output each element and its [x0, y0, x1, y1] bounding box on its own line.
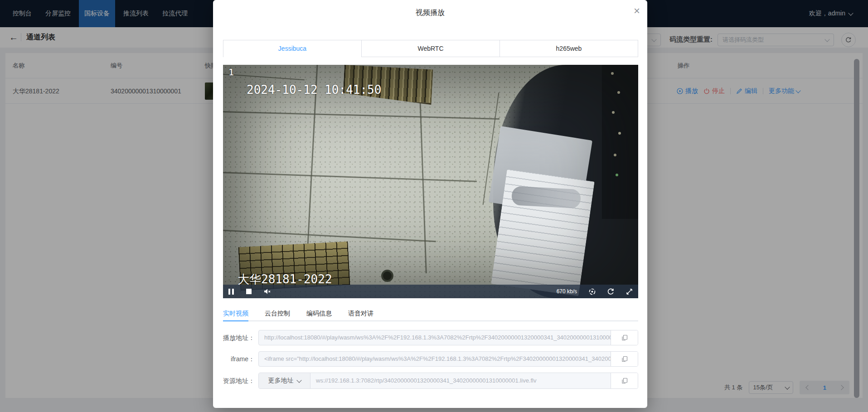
app-root: 控制台 分屏监控 国标设备 推流列表 拉流代理 欢迎，admin ← 通道列表 … — [0, 0, 868, 412]
ceiling-grid-line — [223, 111, 499, 120]
aperture-icon — [589, 288, 596, 295]
dark-column-with-lights — [602, 65, 638, 219]
reload-stream-button[interactable] — [607, 288, 614, 295]
ceiling-grid-line — [223, 74, 305, 81]
chevron-down-icon — [296, 378, 301, 383]
tab-ptz-control[interactable]: 云台控制 — [265, 306, 290, 320]
copy-iframe-button[interactable] — [611, 352, 638, 366]
more-address-label: 更多地址 — [268, 377, 294, 385]
copy-icon — [621, 334, 628, 341]
tab-live-video[interactable]: 实时视频 — [223, 306, 248, 320]
monitor-screen-document — [491, 170, 595, 296]
tab-voice-intercom[interactable]: 语音对讲 — [348, 306, 373, 320]
more-address-button[interactable]: 更多地址 — [259, 373, 310, 388]
form-row-play-url: 播放地址： http://localhost:18080/#/play/wasm… — [213, 330, 647, 345]
play-url-label: 播放地址： — [213, 330, 255, 345]
iframe-input[interactable]: <iframe src="http://localhost:18080/#/pl… — [259, 352, 611, 366]
stop-playback-button[interactable] — [246, 289, 252, 294]
bitrate-text: 670 kb/s — [557, 288, 577, 295]
tab-encoding-info[interactable]: 编码信息 — [306, 306, 332, 320]
pause-button[interactable] — [228, 289, 234, 295]
refresh-icon — [607, 288, 614, 295]
copy-play-url-button[interactable] — [611, 330, 638, 345]
iframe-group: <iframe src="http://localhost:18080/#/pl… — [258, 351, 638, 367]
expand-icon — [626, 288, 633, 295]
fullscreen-button[interactable] — [626, 288, 633, 295]
form-row-resource-url: 资源地址： 更多地址 ws://192.168.1.3:7082/rtp/340… — [213, 373, 647, 389]
player-controls-right: 670 kb/s — [557, 288, 633, 295]
resource-url-label: 资源地址： — [213, 373, 255, 389]
close-icon[interactable]: × — [634, 5, 640, 16]
resource-url-input[interactable]: ws://192.168.1.3:7082/rtp/34020000001320… — [310, 373, 611, 388]
info-tabs: 实时视频 云台控制 编码信息 语音对讲 — [223, 306, 638, 321]
player-tabs: Jessibuca WebRTC h265web — [223, 40, 638, 57]
play-url-input[interactable]: http://localhost:18080/#/play/wasm/ws%3A… — [259, 330, 611, 345]
snapshot-button[interactable] — [589, 288, 596, 295]
ceiling-fitting — [381, 270, 393, 282]
copy-icon — [621, 356, 628, 362]
volume-muted-icon — [264, 288, 271, 295]
player-controls-left — [228, 288, 271, 295]
dialog-title: 视频播放 — [213, 8, 647, 18]
document-shadow — [511, 186, 581, 208]
mute-button[interactable] — [264, 288, 271, 295]
ceiling-grid-line — [223, 172, 477, 182]
tab-webrtc[interactable]: WebRTC — [361, 40, 499, 57]
video-play-dialog: 视频播放 × Jessibuca WebRTC h265web 1 2024 — [213, 0, 647, 408]
iframe-label: iframe： — [213, 351, 255, 367]
resource-url-group: 更多地址 ws://192.168.1.3:7082/rtp/340200000… — [258, 373, 638, 389]
video-player: 1 2024-10-12 10:41:50 大华28181-2022 — [223, 65, 638, 298]
ceiling-grid-line — [419, 97, 427, 273]
copy-resource-url-button[interactable] — [611, 373, 638, 388]
copy-icon — [621, 378, 628, 384]
player-control-bar: 670 kb/s — [223, 285, 638, 298]
osd-timestamp: 2024-10-12 10:41:50 — [247, 83, 381, 97]
ceiling-grid-line — [223, 230, 436, 242]
tab-jessibuca[interactable]: Jessibuca — [223, 40, 361, 57]
osd-channel-number: 1 — [228, 67, 234, 78]
tab-h265web[interactable]: h265web — [499, 40, 638, 57]
play-url-group: http://localhost:18080/#/play/wasm/ws%3A… — [258, 330, 638, 345]
form-row-iframe: iframe： <iframe src="http://localhost:18… — [213, 351, 647, 367]
